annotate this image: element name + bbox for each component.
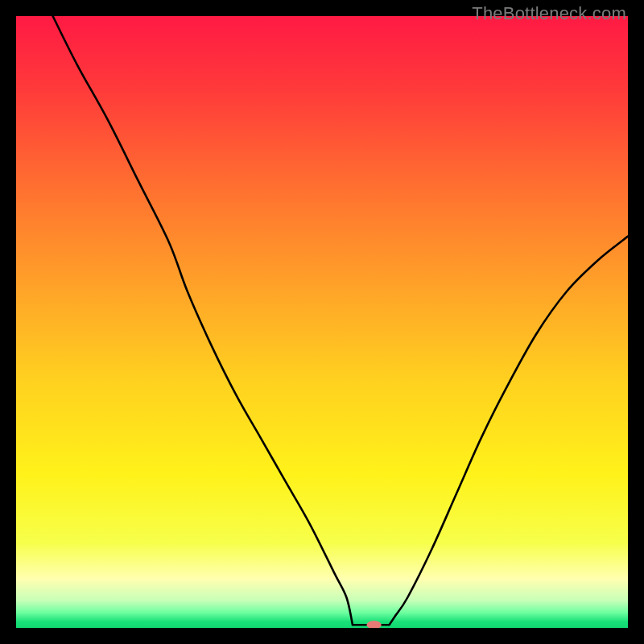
chart-frame: TheBottleneck.com (0, 0, 644, 644)
plot-area (16, 16, 628, 628)
bottleneck-chart (16, 16, 628, 628)
watermark: TheBottleneck.com (472, 3, 626, 24)
gradient-background (16, 16, 628, 628)
